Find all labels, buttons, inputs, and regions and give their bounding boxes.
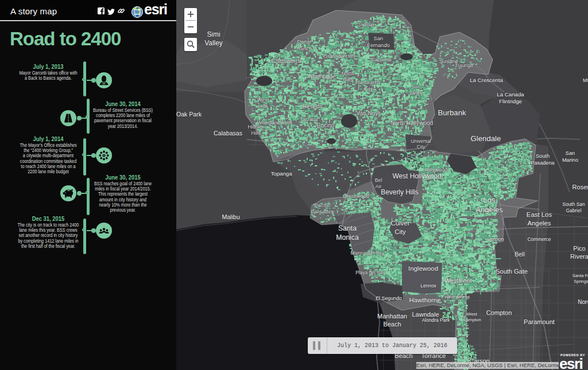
svg-text:South Gate: South Gate	[496, 268, 528, 275]
svg-text:Hawthorne: Hawthorne	[409, 297, 440, 303]
svg-text:Fernando: Fernando	[367, 42, 389, 48]
svg-text:Panorama: Panorama	[356, 80, 381, 85]
svg-text:Angeles: Angeles	[527, 220, 551, 227]
svg-text:El Segundo: El Segundo	[376, 295, 402, 301]
svg-text:Woodland Hills: Woodland Hills	[257, 120, 292, 126]
svg-text:Marino: Marino	[562, 157, 578, 163]
svg-text:Playa del Rey: Playa del Rey	[355, 270, 385, 275]
svg-text:Van Nuys: Van Nuys	[356, 110, 381, 116]
svg-text:Reseda: Reseda	[303, 103, 323, 110]
svg-text:Flintridge: Flintridge	[499, 98, 522, 104]
svg-text:Pacific: Pacific	[314, 202, 330, 208]
svg-text:City: City	[394, 228, 406, 235]
svg-text:Gabriel: Gabriel	[566, 208, 582, 213]
svg-text:Tarzana: Tarzana	[300, 116, 318, 122]
svg-text:Springs: Springs	[574, 279, 588, 284]
svg-text:Manhattan: Manhattan	[377, 313, 407, 320]
svg-text:Inglewood: Inglewood	[408, 265, 438, 272]
svg-text:South San: South San	[562, 201, 585, 207]
svg-text:South: South	[536, 153, 550, 159]
svg-text:Norw: Norw	[578, 299, 588, 305]
svg-text:Malibu: Malibu	[222, 213, 239, 220]
svg-text:Rivera: Rivera	[570, 253, 588, 260]
svg-text:Rosem: Rosem	[572, 184, 588, 190]
svg-text:Santa Fe: Santa Fe	[572, 273, 588, 278]
svg-text:Valley: Valley	[409, 90, 423, 96]
svg-text:Alondra Park: Alondra Park	[422, 317, 450, 323]
svg-text:Pacoima: Pacoima	[371, 57, 392, 63]
svg-text:La Crescenta: La Crescenta	[470, 77, 503, 83]
svg-text:Commerce: Commerce	[528, 236, 551, 242]
svg-text:Encino: Encino	[317, 122, 335, 128]
svg-text:Porter: Porter	[297, 39, 311, 45]
svg-text:Monica: Monica	[336, 233, 359, 242]
svg-text:Westmont: Westmont	[444, 277, 472, 284]
svg-text:East Los: East Los	[527, 211, 552, 218]
svg-text:Culver: Culver	[391, 220, 410, 227]
svg-text:Mt: Mt	[583, 77, 588, 83]
svg-text:Simi: Simi	[207, 30, 220, 38]
svg-text:San: San	[374, 36, 383, 41]
svg-text:West Athens: West Athens	[444, 294, 470, 299]
svg-text:Beach: Beach	[383, 321, 401, 328]
svg-text:Calabasas: Calabasas	[214, 130, 242, 137]
svg-text:San: San	[566, 150, 575, 156]
svg-text:Bel: Bel	[375, 177, 382, 183]
svg-text:Granada Hills: Granada Hills	[323, 53, 355, 59]
svg-text:City: City	[363, 86, 373, 92]
svg-text:Hills: Hills	[251, 130, 261, 136]
svg-text:Sun: Sun	[411, 84, 420, 89]
svg-text:Ranch: Ranch	[297, 46, 312, 52]
svg-text:Oak Park: Oak Park	[176, 111, 202, 118]
svg-text:Los: Los	[483, 196, 496, 204]
svg-text:City: City	[417, 144, 425, 150]
svg-text:West: West	[467, 311, 478, 317]
svg-text:Topanga: Topanga	[270, 170, 292, 177]
svg-text:Northridge: Northridge	[308, 73, 336, 80]
svg-text:Hills: Hills	[343, 77, 353, 83]
svg-text:Valley: Valley	[204, 39, 223, 47]
svg-text:North Hollywood: North Hollywood	[390, 120, 433, 126]
svg-text:Compton: Compton	[463, 317, 481, 322]
svg-text:Pasadena: Pasadena	[531, 160, 555, 166]
svg-text:Tujunga: Tujunga	[455, 63, 473, 68]
svg-text:Brentwood: Brentwood	[343, 193, 369, 199]
svg-text:Hills: Hills	[258, 103, 268, 109]
svg-text:Santa: Santa	[338, 224, 357, 232]
svg-text:Beverly Hills: Beverly Hills	[381, 188, 418, 196]
svg-text:Vernon: Vernon	[487, 236, 504, 242]
svg-text:Universal: Universal	[411, 138, 431, 144]
svg-text:La Canada: La Canada	[497, 91, 524, 98]
svg-text:Glendale: Glendale	[471, 134, 501, 143]
svg-text:Palisades: Palisades	[311, 209, 334, 215]
svg-text:Lennox: Lennox	[420, 283, 436, 289]
svg-text:Bell: Bell	[514, 251, 525, 258]
svg-text:Angeles: Angeles	[475, 205, 503, 214]
svg-text:Compton: Compton	[486, 309, 512, 316]
svg-text:Burbank: Burbank	[438, 108, 466, 117]
svg-text:Paramount: Paramount	[524, 318, 555, 325]
svg-text:West Hollywood: West Hollywood	[392, 172, 441, 180]
svg-text:Chatsworth: Chatsworth	[271, 58, 300, 64]
svg-text:Marina del Rey: Marina del Rey	[350, 250, 385, 256]
svg-text:Sylmar: Sylmar	[358, 22, 375, 28]
svg-text:North: North	[342, 71, 354, 76]
svg-text:West: West	[257, 97, 269, 103]
svg-text:Pico: Pico	[573, 245, 585, 252]
